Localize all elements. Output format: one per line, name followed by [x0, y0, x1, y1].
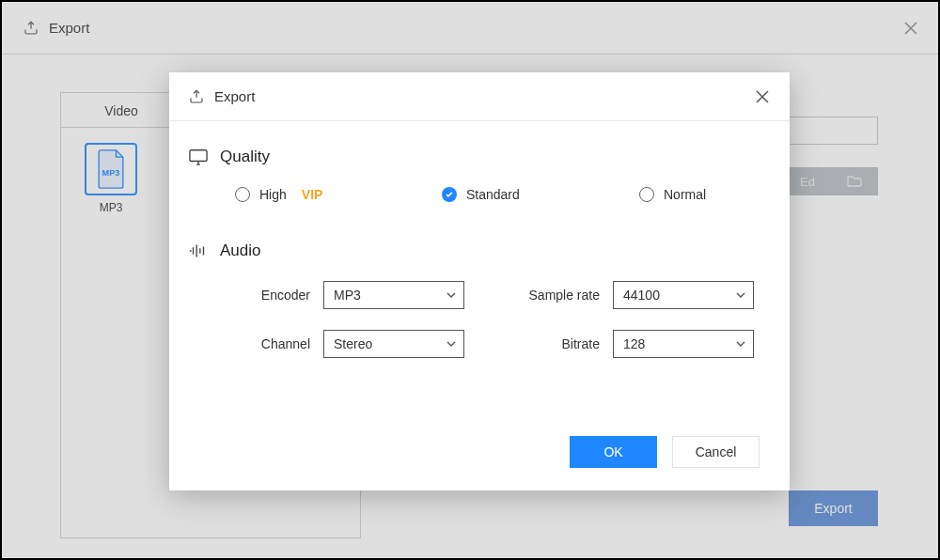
samplerate-value: 44100: [623, 288, 660, 303]
radio-checked-icon: [442, 187, 457, 202]
quality-title: Quality: [220, 148, 270, 166]
ok-button[interactable]: OK: [570, 436, 657, 468]
chevron-down-icon: [446, 341, 456, 347]
cancel-button[interactable]: Cancel: [672, 436, 760, 468]
chevron-down-icon: [736, 341, 745, 347]
audio-section-head: Audio: [188, 241, 754, 260]
chevron-down-icon: [736, 292, 745, 298]
waveform-icon: [188, 243, 209, 258]
export-icon: [188, 88, 205, 105]
quality-option-high[interactable]: High VIP: [235, 187, 442, 202]
chevron-down-icon: [446, 292, 456, 298]
samplerate-label: Sample rate: [515, 288, 600, 303]
ok-button-label: OK: [603, 444, 622, 459]
cancel-button-label: Cancel: [696, 444, 737, 459]
export-settings-modal: Export Quality High VI: [169, 72, 790, 490]
quality-option-standard[interactable]: Standard: [442, 187, 639, 202]
samplerate-select[interactable]: 44100: [613, 281, 754, 309]
radio-unchecked-icon: [235, 187, 250, 202]
channel-label: Channel: [226, 336, 310, 351]
monitor-icon: [188, 148, 209, 166]
modal-close-button[interactable]: [754, 88, 771, 105]
quality-section-head: Quality: [188, 148, 754, 166]
quality-standard-label: Standard: [466, 187, 520, 202]
encoder-select[interactable]: MP3: [323, 281, 464, 309]
quality-normal-label: Normal: [664, 187, 706, 202]
audio-title: Audio: [220, 241, 260, 260]
channel-value: Stereo: [334, 336, 372, 351]
svg-rect-1: [190, 150, 207, 162]
bitrate-label: Bitrate: [515, 336, 600, 351]
bitrate-value: 128: [623, 336, 645, 351]
radio-unchecked-icon: [639, 187, 654, 202]
close-icon: [756, 90, 769, 103]
quality-high-label: High: [259, 187, 287, 202]
modal-title: Export: [214, 88, 255, 104]
modal-footer: OK Cancel: [169, 436, 790, 490]
vip-badge: VIP: [302, 187, 323, 202]
channel-select[interactable]: Stereo: [323, 330, 464, 358]
encoder-label: Encoder: [226, 288, 310, 303]
encoder-value: MP3: [334, 288, 361, 303]
modal-header: Export: [169, 72, 790, 121]
quality-option-normal[interactable]: Normal: [639, 187, 706, 202]
bitrate-select[interactable]: 128: [613, 330, 754, 358]
